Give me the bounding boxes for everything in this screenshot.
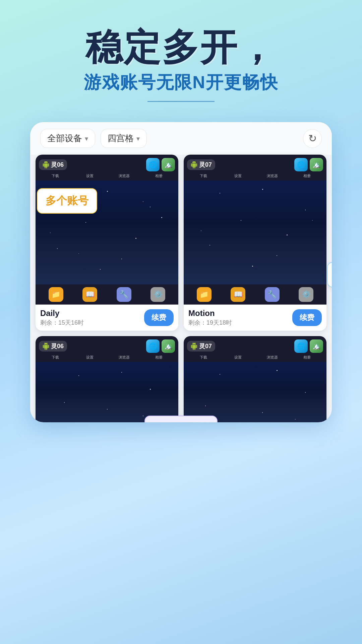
android-icon: [42, 161, 50, 168]
device-4-apps: 🌐 🏔️: [294, 339, 323, 353]
device-4-name: 灵07: [199, 342, 212, 350]
device-4-badge: 灵07: [187, 341, 215, 352]
browser-icon-2: 🌐: [294, 158, 308, 171]
label-gallery: 相册: [142, 173, 175, 178]
settings-icon-2: ⚙️: [299, 287, 313, 302]
hero-title: 稳定多开，: [20, 27, 342, 67]
device-4-app-labels: 下载 设置 浏览器 相册: [184, 355, 326, 362]
device-panel-4: 灵07 🌐 🏔️ 下载 设置 浏览器 相册: [184, 336, 326, 422]
device-panel-3: 灵06 🌐 🏔️ 下载 设置 浏览器 相册: [36, 336, 178, 422]
device-1-app-labels: 下载 设置 浏览器 相册: [36, 173, 178, 180]
book-icon: 📖: [82, 287, 97, 302]
chevron-down-icon: ▾: [85, 135, 88, 143]
device-3-screen: [36, 362, 178, 422]
gallery-icon-4: 🏔️: [310, 339, 323, 353]
device-2-apps: 🌐 🏔️: [294, 158, 323, 171]
device-2-app-labels: 下载 设置 浏览器 相册: [184, 173, 326, 180]
android-icon-2: [190, 161, 198, 168]
settings-icon: ⚙️: [150, 287, 165, 302]
device-2-info: Motion 剩余：19天18时 续费: [184, 305, 326, 331]
phone-frame: 全部设备 ▾ 四宫格 ▾ ↻ 多个账号 无线N开: [30, 122, 332, 422]
android-icon-3: [42, 342, 50, 350]
label-settings: 设置: [73, 173, 106, 178]
device-2-bottom: 📁 📖 🔧 ⚙️: [184, 284, 326, 305]
device-3-apps: 🌐 🏔️: [146, 339, 175, 353]
device-1-label: Daily: [40, 309, 84, 318]
gallery-icon-2: 🏔️: [310, 158, 323, 171]
chevron-down-icon: ▾: [136, 135, 140, 143]
device-2-renew-btn[interactable]: 续费: [292, 309, 322, 326]
device-3-app-labels: 下载 设置 浏览器 相册: [36, 355, 178, 362]
multi-account-label: 多个账号: [37, 188, 97, 214]
device-2-label: Motion: [188, 309, 232, 318]
browser-icon-3: 🌐: [146, 339, 160, 353]
device-4-screen: [184, 362, 326, 422]
device-filter-label: 全部设备: [47, 132, 82, 144]
hero-subtitle: 游戏账号无限N开更畅快: [20, 71, 342, 94]
wrench-icon-2: 🔧: [265, 287, 280, 302]
device-3-topbar: 灵06 🌐 🏔️: [36, 336, 178, 355]
device-2-remaining: 剩余：19天18时: [188, 319, 232, 327]
hero-divider: [147, 101, 215, 102]
device-1-remaining: 剩余：15天16时: [40, 319, 84, 327]
device-2-badge: 灵07: [187, 159, 215, 170]
device-panel-motion: 灵07 🌐 🏔️ 下载 设置 浏览器 相册: [184, 155, 326, 331]
device-1-topbar: 灵06 🌐 🏔️: [36, 155, 178, 173]
refresh-icon: ↻: [308, 132, 317, 144]
device-4-topbar: 灵07 🌐 🏔️: [184, 336, 326, 355]
folder-icon: 📁: [49, 287, 63, 302]
device-2-name: 灵07: [199, 161, 212, 169]
top-device-grid: 灵06 🌐 🏔️ 下载 设置 浏览器 相册: [30, 155, 332, 331]
browser-icon: 🌐: [146, 158, 160, 171]
gallery-icon: 🏔️: [162, 158, 175, 171]
wireless-n-label: 无线N开: [327, 262, 332, 287]
layout-filter-label: 四宫格: [108, 132, 134, 144]
device-panel-daily: 灵06 🌐 🏔️ 下载 设置 浏览器 相册: [36, 155, 178, 331]
hero-section: 稳定多开， 游戏账号无限N开更畅快: [0, 0, 362, 115]
label-download: 下载: [39, 173, 71, 178]
bottom-device-grid: 灵06 🌐 🏔️ 下载 设置 浏览器 相册: [30, 336, 332, 416]
device-1-name: 灵06: [51, 161, 64, 169]
browser-icon-4: 🌐: [294, 339, 308, 353]
android-icon-4: [190, 342, 198, 350]
stars-bg-2: [184, 180, 326, 284]
device-filter-btn[interactable]: 全部设备 ▾: [40, 129, 95, 148]
refresh-btn[interactable]: ↻: [303, 129, 322, 148]
device-1-bottom: 📁 📖 🔧 ⚙️: [36, 284, 178, 305]
device-3-badge: 灵06: [39, 341, 67, 352]
device-2-screen: [184, 180, 326, 284]
book-icon-2: 📖: [231, 287, 245, 302]
faster-label: 更畅快: [144, 416, 218, 422]
phone-topbar: 全部设备 ▾ 四宫格 ▾ ↻: [30, 122, 332, 155]
folder-icon-2: 📁: [197, 287, 212, 302]
device-1-apps: 🌐 🏔️: [146, 158, 175, 171]
label-browser: 浏览器: [108, 173, 140, 178]
wrench-icon: 🔧: [117, 287, 131, 302]
device-2-topbar: 灵07 🌐 🏔️: [184, 155, 326, 173]
layout-filter-btn[interactable]: 四宫格 ▾: [101, 129, 147, 148]
gallery-icon-3: 🏔️: [162, 339, 175, 353]
device-1-renew-btn[interactable]: 续费: [144, 309, 174, 326]
device-1-badge: 灵06: [39, 159, 67, 170]
device-3-name: 灵06: [51, 342, 64, 350]
device-1-info: Daily 剩余：15天16时 续费: [36, 305, 178, 331]
